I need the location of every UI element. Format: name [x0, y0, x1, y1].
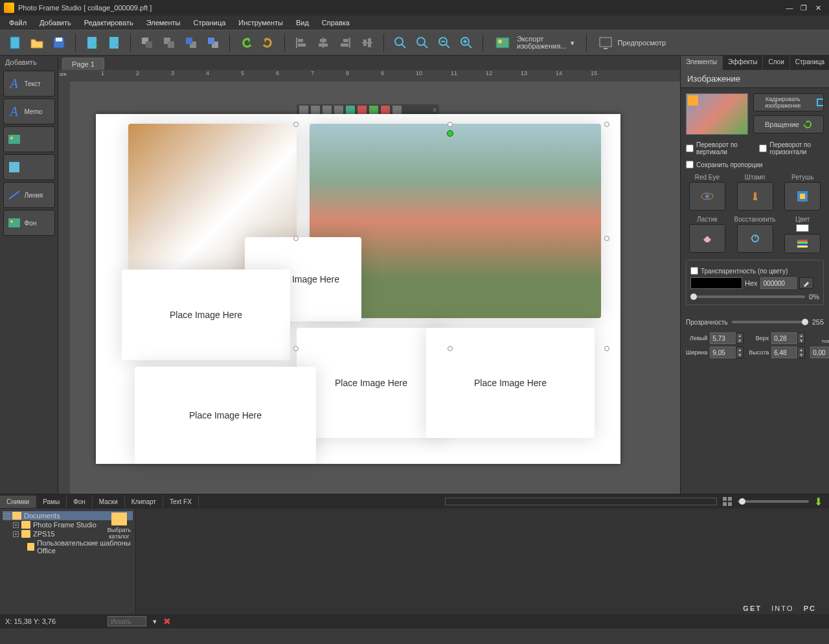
tab-masks[interactable]: Маски: [93, 496, 125, 508]
selection-handle[interactable]: [604, 122, 609, 127]
export-button[interactable]: Экспорт изображения... ▾: [490, 32, 580, 54]
tab-clipart[interactable]: Клипарт: [125, 496, 163, 508]
zoom-fit-button[interactable]: [391, 33, 410, 52]
angle-input[interactable]: [810, 347, 829, 358]
thumbnail-size-slider[interactable]: [738, 500, 809, 503]
svg-text:+: +: [94, 41, 98, 49]
image-icon: [8, 133, 21, 146]
zoom-in-button[interactable]: [457, 33, 476, 52]
tab-frames[interactable]: Рамы: [36, 496, 67, 508]
layer-front-button[interactable]: [203, 33, 223, 52]
search-input[interactable]: [108, 616, 146, 627]
align-center-button[interactable]: [313, 33, 333, 52]
align-left-button[interactable]: [291, 33, 311, 52]
add-text-button[interactable]: A Текст: [3, 71, 55, 97]
new-button[interactable]: [5, 33, 25, 52]
align-right-button[interactable]: [335, 33, 355, 52]
selection-handle[interactable]: [604, 236, 609, 241]
menu-edit[interactable]: Редактировать: [78, 17, 140, 29]
selection-handle[interactable]: [293, 346, 299, 351]
flip-horizontal-checkbox[interactable]: [759, 144, 767, 152]
zoom-100-button[interactable]: [413, 33, 432, 52]
crop-button[interactable]: Кадрировать изображение: [753, 93, 824, 111]
tab-snapshots[interactable]: Снимки: [0, 496, 36, 508]
rotation-handle[interactable]: [447, 130, 453, 137]
height-input[interactable]: [771, 347, 797, 358]
close-button[interactable]: ✕: [811, 2, 825, 14]
menu-help[interactable]: Справка: [315, 17, 356, 29]
minimize-button[interactable]: —: [782, 2, 797, 14]
tab-page[interactable]: Страница: [790, 56, 829, 70]
add-background-button[interactable]: Фон: [3, 210, 55, 236]
selection-handle[interactable]: [293, 122, 299, 127]
open-button[interactable]: [27, 33, 47, 52]
color-swatch[interactable]: [690, 277, 742, 289]
select-catalog-button[interactable]: Выбрать каталог: [105, 512, 133, 540]
menu-file[interactable]: Файл: [3, 17, 33, 29]
menu-page[interactable]: Страница: [187, 17, 232, 29]
tree-item-templates[interactable]: Пользовательские шаблоны Office: [3, 538, 133, 555]
eraser-button[interactable]: [689, 224, 725, 253]
tab-effects[interactable]: Эффекты: [723, 56, 763, 70]
collage-placeholder-4[interactable]: Place Image Here: [426, 328, 595, 438]
workspace[interactable]: x Place Image Here Place Image Here Plac…: [70, 82, 680, 494]
rotate-button[interactable]: Вращение: [753, 115, 824, 133]
selection-handle[interactable]: [293, 236, 299, 241]
add-shape-button[interactable]: [3, 154, 55, 180]
opacity-slider[interactable]: [732, 321, 808, 323]
redo-button[interactable]: [258, 33, 278, 52]
remove-page-button[interactable]: −: [104, 33, 124, 52]
eyedropper-button[interactable]: [799, 277, 813, 289]
menu-tools[interactable]: Инструменты: [232, 17, 290, 29]
menu-view[interactable]: Вид: [290, 17, 315, 29]
canvas-paper[interactable]: Place Image Here Place Image Here Place …: [96, 114, 620, 464]
flip-vertical-checkbox[interactable]: [686, 144, 694, 152]
collage-placeholder-3[interactable]: Place Image Here: [297, 328, 446, 438]
left-input[interactable]: [710, 332, 736, 344]
svg-point-47: [10, 220, 13, 223]
layer-forward-button[interactable]: [181, 33, 201, 52]
clear-search-icon[interactable]: ✖: [163, 616, 171, 627]
undo-button[interactable]: [236, 33, 256, 52]
apply-icon[interactable]: ⬇: [814, 496, 823, 508]
collage-placeholder-2[interactable]: Place Image Here: [122, 270, 290, 360]
image-thumbnail[interactable]: [686, 93, 748, 135]
stamp-button[interactable]: [737, 182, 773, 211]
align-more-button[interactable]: [358, 33, 377, 52]
hex-input[interactable]: [760, 277, 797, 289]
selection-handle[interactable]: [604, 346, 609, 351]
page-tab-1[interactable]: Page 1: [62, 58, 104, 70]
collage-placeholder-5[interactable]: Place Image Here: [135, 367, 316, 464]
search-dropdown-icon[interactable]: ▾: [153, 617, 157, 626]
color-button[interactable]: [784, 234, 821, 253]
tab-layers[interactable]: Слои: [763, 56, 789, 70]
save-button[interactable]: [49, 33, 69, 52]
tab-backgrounds[interactable]: Фон: [67, 496, 93, 508]
maximize-button[interactable]: ❐: [797, 2, 811, 14]
zoom-out-button[interactable]: [435, 33, 454, 52]
menu-elements[interactable]: Элементы: [140, 17, 187, 29]
bottom-scrollbar[interactable]: [445, 498, 717, 505]
transparency-slider[interactable]: [690, 295, 805, 298]
keep-ratio-checkbox[interactable]: [686, 161, 694, 168]
grid-view-icon[interactable]: [722, 496, 732, 507]
add-page-button[interactable]: +: [82, 33, 102, 52]
redeye-button[interactable]: [689, 182, 725, 211]
layer-back-button[interactable]: [137, 33, 157, 52]
layer-backward-button[interactable]: [159, 33, 179, 52]
add-line-button[interactable]: Линия: [3, 182, 55, 208]
width-input[interactable]: [710, 347, 736, 358]
selection-handle[interactable]: [448, 122, 453, 127]
preview-button[interactable]: Предпросмотр: [593, 32, 672, 54]
transparency-checkbox[interactable]: [690, 267, 698, 275]
retouch-button[interactable]: [784, 182, 821, 211]
tab-elements[interactable]: Элементы: [681, 56, 723, 70]
selection-handle[interactable]: [448, 346, 453, 351]
top-input[interactable]: [771, 332, 797, 344]
add-memo-button[interactable]: A Memo: [3, 98, 55, 124]
add-image-button[interactable]: [3, 126, 55, 152]
restore-button[interactable]: [737, 224, 773, 253]
tab-textfx[interactable]: Text FX: [163, 496, 199, 508]
transparency-group: Транспарентность (по цвету) Hex 0%: [686, 260, 824, 305]
menu-add[interactable]: Добавить: [33, 17, 78, 29]
